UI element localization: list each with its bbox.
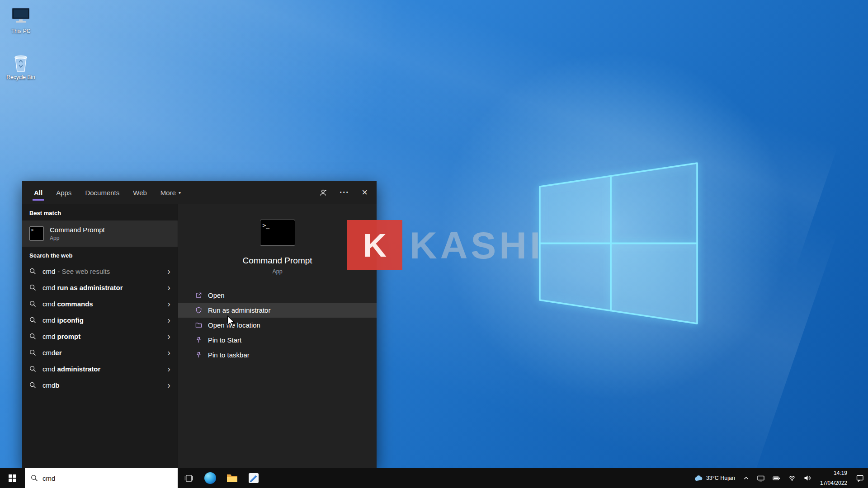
this-pc-icon	[1, 5, 41, 26]
tab-all[interactable]: All	[34, 181, 42, 204]
tab-more-label: More	[160, 189, 176, 197]
action-pin-to-start[interactable]: Pin to Start	[178, 333, 377, 347]
web-suggestion-item[interactable]: cmd ipconfig ›	[22, 312, 178, 328]
taskbar-clock[interactable]: 14:19 17/04/2022	[815, 468, 852, 488]
action-run-as-administrator[interactable]: Run as administrator	[178, 303, 377, 318]
web-suggestion-item[interactable]: cmd- See web results ›	[22, 263, 178, 279]
task-view-button[interactable]	[178, 468, 199, 488]
chevron-right-icon[interactable]: ›	[167, 299, 170, 308]
wifi-icon	[788, 475, 796, 481]
suggestion-completion: b	[55, 381, 59, 389]
tray-network[interactable]	[784, 468, 800, 488]
windows-start-icon	[9, 474, 16, 482]
desktop-icon-this-pc[interactable]: This PC	[1, 5, 41, 34]
hidden-icons-button[interactable]	[739, 468, 753, 488]
run-as-admin-icon	[195, 307, 202, 314]
suggestion-text: cmdb	[42, 381, 161, 389]
action-label: Open file location	[208, 321, 260, 329]
monitor-icon	[757, 475, 764, 482]
tab-more[interactable]: More ▾	[160, 181, 181, 204]
preview-title: Command Prompt	[178, 256, 377, 266]
chevron-right-icon[interactable]: ›	[167, 283, 170, 292]
action-label: Pin to Start	[208, 336, 241, 344]
pinned-app-button[interactable]	[243, 468, 264, 488]
suggestion-text: cmd- See web results	[42, 267, 161, 275]
tray-volume[interactable]	[800, 468, 815, 488]
tab-apps[interactable]: Apps	[56, 181, 71, 204]
action-pin-to-taskbar[interactable]: Pin to taskbar	[178, 347, 377, 362]
cmd-prompt-icon: >_	[29, 226, 44, 241]
chevron-right-icon[interactable]: ›	[167, 348, 170, 357]
action-center-button[interactable]	[852, 468, 868, 488]
action-label: Pin to taskbar	[208, 351, 250, 359]
chevron-right-icon[interactable]: ›	[167, 315, 170, 324]
desktop-icon-recycle-bin[interactable]: Recycle Bin	[1, 51, 41, 80]
best-match-text: Command Prompt App	[50, 226, 105, 241]
search-body: Best match >_ Command Prompt App Search …	[22, 204, 377, 468]
web-suggestion-item[interactable]: cmd administrator ›	[22, 361, 178, 377]
chevron-right-icon[interactable]: ›	[167, 332, 170, 341]
options-ellipsis-icon[interactable]: ···	[340, 186, 349, 199]
best-match-subtitle: App	[50, 235, 105, 241]
suggestion-query: cmd	[42, 333, 55, 340]
tray-pc-status[interactable]	[753, 468, 769, 488]
taskbar-weather[interactable]: 33°C Hujan	[690, 468, 739, 488]
tab-documents[interactable]: Documents	[85, 181, 119, 204]
preview-subtitle: App	[178, 268, 377, 275]
recycle-bin-icon	[1, 51, 41, 72]
suggestion-note: - See web results	[57, 267, 110, 275]
cmd-prompt-icon-large: >_	[260, 220, 295, 246]
search-preview-pane: >_ Command Prompt App Open Run as admini…	[178, 204, 377, 468]
pinned-app-icon	[249, 473, 259, 483]
taskbar-search-box[interactable]	[25, 468, 178, 488]
suggestion-query: cmd	[42, 267, 55, 275]
chevron-down-icon: ▾	[179, 190, 181, 195]
best-match-title: Command Prompt	[50, 226, 105, 234]
chevron-right-icon[interactable]: ›	[167, 267, 170, 276]
web-suggestion-item[interactable]: cmdb ›	[22, 377, 178, 393]
suggestion-query: cmd	[42, 300, 55, 308]
system-tray: 33°C Hujan 14:19 17/04/2022	[690, 468, 868, 488]
action-open[interactable]: Open	[178, 288, 377, 303]
web-suggestion-item[interactable]: cmd commands ›	[22, 296, 178, 312]
tab-web[interactable]: Web	[133, 181, 147, 204]
tray-battery[interactable]	[769, 468, 784, 488]
desktop-icon-label: Recycle Bin	[1, 74, 41, 80]
battery-icon	[773, 475, 780, 482]
search-icon	[29, 366, 36, 372]
file-explorer-button[interactable]	[221, 468, 243, 488]
web-suggestion-item[interactable]: cmd run as administrator ›	[22, 279, 178, 296]
chevron-right-icon[interactable]: ›	[167, 380, 170, 389]
pin-icon	[195, 352, 202, 358]
account-icon[interactable]	[319, 186, 327, 199]
search-flyout: All Apps Documents Web More ▾ ···	[22, 181, 377, 468]
desktop-icon-label: This PC	[1, 28, 41, 34]
task-view-icon	[184, 474, 193, 483]
web-suggestion-item[interactable]: cmd prompt ›	[22, 328, 178, 344]
action-open-file-location[interactable]: Open file location	[178, 318, 377, 333]
divider	[184, 284, 370, 284]
suggestion-query: cmd	[42, 365, 55, 373]
edge-button[interactable]	[199, 468, 221, 488]
search-header-actions: ··· ×	[319, 186, 368, 199]
close-icon[interactable]: ×	[362, 186, 368, 199]
open-icon	[195, 292, 202, 299]
suggestion-text: cmd ipconfig	[42, 316, 161, 324]
clock-time: 14:19	[834, 470, 847, 477]
search-icon	[29, 317, 36, 324]
search-results-list: Best match >_ Command Prompt App Search …	[22, 204, 178, 468]
search-icon	[29, 268, 36, 275]
search-the-web-label: Search the web	[22, 247, 178, 263]
taskbar: 33°C Hujan 14:19 17/04/2022	[0, 468, 868, 488]
chevron-right-icon[interactable]: ›	[167, 364, 170, 373]
suggestion-query: cmd	[42, 349, 55, 357]
start-button[interactable]	[0, 468, 25, 488]
search-input[interactable]	[42, 474, 156, 482]
web-suggestion-item[interactable]: cmder ›	[22, 344, 178, 361]
best-match-item[interactable]: >_ Command Prompt App	[22, 221, 178, 247]
suggestion-completion: run as administrator	[55, 284, 123, 291]
pin-icon	[195, 337, 202, 343]
suggestion-text: cmd prompt	[42, 333, 161, 340]
desktop: This PC Recycle Bin K KASHI All Apps Doc…	[0, 0, 868, 488]
search-header: All Apps Documents Web More ▾ ···	[22, 181, 377, 204]
